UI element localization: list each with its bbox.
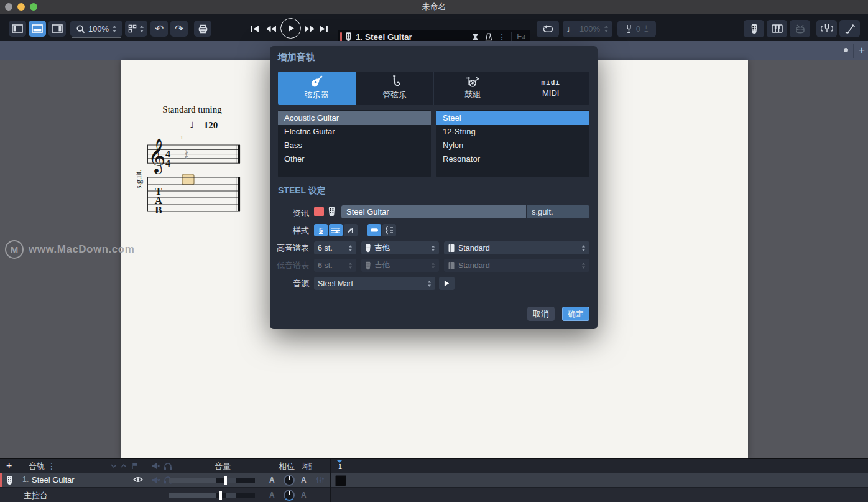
tuning-stepper[interactable]: + − (644, 25, 648, 34)
collapse-all-icon[interactable] (111, 464, 117, 468)
tuning-offset-control[interactable]: 0 + − (617, 21, 656, 37)
master-pan-knob[interactable] (284, 490, 295, 501)
metronome-icon[interactable] (485, 33, 492, 41)
pan-automation-label[interactable]: A (301, 476, 307, 485)
layout-grand-staff-button[interactable] (382, 224, 396, 236)
skip-start-button[interactable] (250, 25, 259, 33)
list-item-bass[interactable]: Bass (278, 139, 431, 152)
view-left-panel-button[interactable] (9, 21, 26, 37)
expand-all-icon[interactable] (121, 464, 127, 468)
thin-barline-tab (236, 177, 236, 211)
line-in-button[interactable] (839, 20, 860, 37)
guitar-headstock-icon (365, 261, 371, 270)
tab-midi[interactable]: midi MIDI (512, 72, 590, 105)
master-volume-handle[interactable] (219, 491, 222, 500)
volume-header-label: 音量 (215, 461, 231, 472)
list-item-other[interactable]: Other (278, 152, 431, 166)
style-standard-notation-button[interactable] (329, 224, 343, 236)
mute-icon[interactable] (152, 476, 160, 484)
zoom-control[interactable]: 100% (70, 21, 122, 37)
solo-all-icon[interactable] (164, 462, 172, 470)
list-item-resonator[interactable]: Resonator (436, 152, 589, 166)
final-barline (238, 145, 241, 163)
tuning-title-text: Standard tuning (162, 105, 222, 114)
master-pan-automation-label[interactable]: A (301, 491, 307, 500)
list-item-12-string[interactable]: 12-String (436, 125, 589, 139)
more-options-icon[interactable]: ⋮ (497, 32, 506, 42)
layout-stepper-icon[interactable] (139, 25, 144, 33)
instrument-type-list[interactable]: Steel 12-String Nylon Resonator (436, 110, 589, 177)
measure-cell[interactable] (335, 475, 346, 486)
visibility-eye-icon[interactable] (133, 476, 143, 483)
preview-sound-button[interactable] (439, 277, 455, 290)
eq-sliders-icon[interactable] (316, 476, 325, 484)
track-name-input[interactable]: Steel Guitar (341, 205, 526, 218)
treble-strings-dropdown[interactable]: 6 st. (314, 241, 356, 254)
skip-end-button[interactable] (319, 25, 328, 33)
treble-tuning-dropdown[interactable]: 吉他 (361, 241, 439, 254)
view-right-panel-button[interactable] (48, 21, 66, 37)
zoom-stepper-icon[interactable] (112, 25, 117, 33)
relative-speed-control[interactable]: ♩ 100% (563, 21, 612, 37)
style-slash-notation-button[interactable] (344, 224, 358, 236)
master-volume-slider[interactable] (169, 493, 255, 498)
track-short-name-input[interactable]: s.guit. (527, 205, 589, 218)
guitar-headstock-icon (6, 475, 13, 485)
page-layout-control[interactable] (125, 21, 147, 37)
pan-knob[interactable] (284, 475, 295, 486)
loop-button[interactable] (537, 21, 559, 37)
notation-svg[interactable]: Standard tuning ♩ = 120 1 𝄞 4 4 𝄽 s.guit… (131, 81, 255, 224)
new-tab-button[interactable]: + (856, 41, 868, 60)
list-item-acoustic-guitar[interactable]: Acoustic Guitar (278, 111, 431, 125)
minus-icon[interactable]: − (644, 29, 648, 34)
tab-drums[interactable]: 鼓組 (434, 72, 512, 105)
edit-cursor (182, 174, 194, 185)
volume-automation-label[interactable]: A (269, 476, 275, 485)
thin-barline (236, 145, 236, 163)
tab-orchestral[interactable]: 管弦乐 (356, 72, 435, 105)
divider (330, 459, 331, 502)
tab-letter-b: B (155, 204, 162, 216)
cancel-button[interactable]: 取消 (527, 307, 555, 321)
chevron-updown-icon (348, 262, 353, 269)
piano-view-button[interactable] (767, 20, 787, 37)
tab-strings[interactable]: 弦乐器 (278, 72, 356, 105)
zoom-slider[interactable] (72, 37, 121, 38)
list-item-steel[interactable]: Steel (436, 111, 589, 125)
speed-stepper-icon[interactable] (604, 25, 609, 33)
view-bottom-panel-button[interactable] (29, 21, 46, 37)
list-item-electric-guitar[interactable]: Electric Guitar (278, 125, 431, 139)
layout-horizontal-button[interactable] (367, 224, 381, 236)
track-icon-button[interactable] (328, 206, 336, 217)
track-menu-icon[interactable]: ⋮ (47, 461, 56, 471)
play-button[interactable] (280, 18, 301, 39)
track-color-swatch[interactable] (314, 207, 324, 216)
fast-forward-button[interactable] (304, 25, 315, 33)
print-button[interactable] (194, 21, 211, 37)
sound-source-dropdown[interactable]: Steel Mart (314, 277, 435, 290)
page-layout-icon (128, 24, 137, 33)
watermark: M www.MacDown.com (5, 240, 134, 259)
volume-slider-handle[interactable] (224, 476, 227, 485)
add-track-button[interactable]: + (6, 460, 12, 472)
list-item-nylon[interactable]: Nylon (436, 139, 589, 152)
master-row[interactable]: 主控台 A A (0, 488, 868, 502)
mute-all-icon[interactable] (152, 462, 160, 470)
volume-slider[interactable] (169, 478, 255, 483)
treble-preset-dropdown[interactable]: Standard (444, 241, 589, 254)
ok-button[interactable]: 确定 (562, 307, 589, 321)
redo-button[interactable]: ↷ (170, 21, 188, 37)
style-tablature-button[interactable]: 5 (314, 224, 328, 236)
instrument-category-tabs: 弦乐器 管弦乐 鼓組 midi MIDI (278, 72, 589, 105)
instrument-family-list[interactable]: Acoustic Guitar Electric Guitar Bass Oth… (278, 110, 431, 177)
marker-icon[interactable] (131, 462, 139, 470)
guitar-view-button[interactable] (744, 20, 764, 37)
rewind-button[interactable] (265, 25, 277, 33)
countdown-icon[interactable] (472, 33, 479, 41)
track-row[interactable]: 1. Steel Guitar A A (0, 473, 868, 488)
drum-view-button[interactable] (790, 20, 810, 37)
slash-notation-icon (346, 226, 355, 235)
undo-button[interactable]: ↶ (150, 21, 168, 37)
tuner-button[interactable] (816, 20, 837, 37)
master-volume-automation-label[interactable]: A (269, 491, 275, 500)
